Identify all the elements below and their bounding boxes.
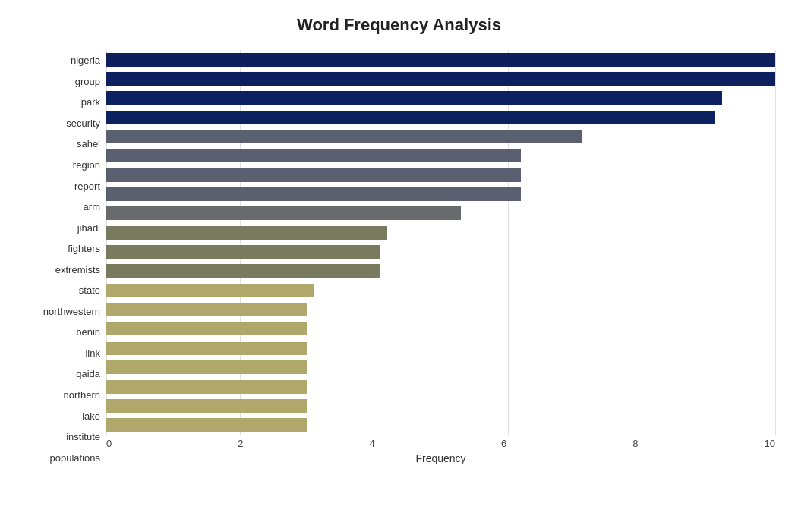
- bar-row: [106, 282, 775, 299]
- x-axis-label: Frequency: [106, 452, 775, 464]
- bar-row: [106, 186, 775, 203]
- bar: [106, 130, 582, 143]
- bar: [106, 342, 307, 355]
- y-label: extremists: [55, 265, 100, 275]
- grid-line: [642, 50, 642, 435]
- x-tick: 0: [106, 438, 112, 449]
- bars-area: [106, 50, 775, 435]
- y-label: fighters: [68, 244, 100, 253]
- bar-row: [106, 398, 775, 414]
- x-axis: 0246810 Frequency: [106, 438, 775, 468]
- y-label: qaida: [76, 369, 100, 379]
- chart-body: nigeriagroupparksecuritysahelregionrepor…: [23, 50, 775, 468]
- bar-row: [106, 417, 775, 433]
- bar-row: [106, 52, 775, 68]
- y-label: northern: [64, 390, 100, 400]
- bar: [106, 72, 775, 86]
- bar-row: [106, 244, 775, 260]
- bar: [106, 245, 380, 259]
- bar-row: [106, 359, 775, 376]
- y-label: arm: [84, 202, 100, 212]
- x-tick: 6: [501, 438, 506, 449]
- y-label: report: [74, 181, 100, 191]
- bar: [106, 91, 722, 105]
- y-label: region: [73, 160, 100, 170]
- x-tick: 10: [764, 438, 774, 449]
- bar-row: [106, 147, 775, 164]
- y-label: nigeria: [71, 55, 100, 65]
- bar: [106, 284, 314, 297]
- bar-row: [106, 301, 775, 318]
- grid-line: [374, 50, 374, 435]
- grid-lines: [106, 50, 775, 435]
- bar-row: [106, 167, 775, 184]
- grid-line: [106, 50, 107, 435]
- y-label: institute: [66, 432, 100, 442]
- bar: [106, 187, 521, 201]
- y-label: sahel: [77, 139, 100, 149]
- grid-line: [508, 50, 509, 435]
- bar-row: [106, 225, 775, 241]
- grid-line: [775, 50, 776, 435]
- bar: [106, 322, 307, 335]
- bar-row: [106, 71, 775, 87]
- y-label: benin: [76, 327, 100, 337]
- x-tick: 4: [370, 438, 375, 449]
- x-tick: 8: [632, 438, 638, 449]
- bar: [106, 418, 307, 432]
- bar-row: [106, 320, 775, 337]
- bar-row: [106, 90, 775, 106]
- y-label: security: [66, 118, 100, 128]
- bar: [106, 380, 307, 394]
- bar: [106, 168, 521, 182]
- bar: [106, 360, 307, 374]
- bar-row: [106, 263, 775, 279]
- y-label: jihadi: [77, 223, 100, 233]
- bar-row: [106, 205, 775, 222]
- bar: [106, 111, 715, 124]
- y-label: park: [81, 97, 100, 107]
- chart-title: Word Frequency Analysis: [23, 15, 775, 35]
- bar: [106, 206, 461, 220]
- bar: [106, 264, 380, 278]
- bar: [106, 399, 307, 413]
- y-label: link: [85, 348, 100, 358]
- bar: [106, 303, 307, 316]
- grid-line: [240, 50, 241, 435]
- y-label: state: [79, 285, 100, 295]
- y-label: group: [75, 77, 100, 87]
- bars-and-xaxis: 0246810 Frequency: [106, 50, 775, 468]
- bar-row: [106, 340, 775, 357]
- bar-row: [106, 379, 775, 395]
- y-axis: nigeriagroupparksecuritysahelregionrepor…: [23, 50, 106, 468]
- chart-container: Word Frequency Analysis nigeriagrouppark…: [0, 0, 798, 532]
- bar-row: [106, 128, 775, 145]
- bar: [106, 226, 387, 240]
- bar: [106, 149, 521, 162]
- bar-row: [106, 109, 775, 126]
- bar: [106, 53, 775, 67]
- y-label: lake: [82, 411, 100, 421]
- y-label: northwestern: [43, 307, 100, 316]
- y-label: populations: [50, 453, 101, 463]
- x-ticks: 0246810: [106, 438, 775, 449]
- x-tick: 2: [238, 438, 243, 449]
